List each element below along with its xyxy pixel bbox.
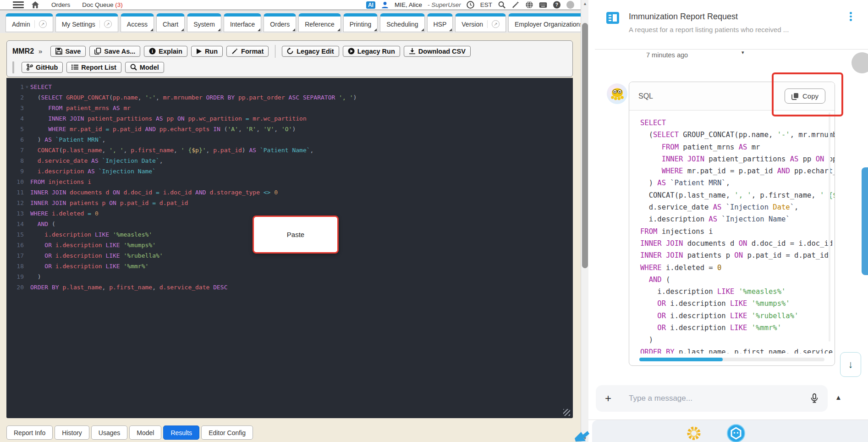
sql-message-code[interactable]: SELECT (SELECT GROUP_CONCAT(pp.name, '-'… [629,110,835,354]
help-icon[interactable]: ? [553,1,561,9]
card-horizontal-scrollbar[interactable] [639,358,824,361]
nav-tab-admin[interactable]: Admin↗ [5,13,53,32]
search-icon[interactable] [498,1,506,9]
line-number[interactable]: 16 [6,240,24,250]
copy-button[interactable]: Copy [785,88,825,104]
line-number[interactable]: 20 [6,282,24,293]
code-line-18: 18 OR i.description LIKE '%mmr%' [6,261,573,271]
line-number[interactable]: 15 [6,229,24,240]
github-button[interactable]: GitHub [22,62,63,73]
scrollbar-up-arrow[interactable]: ▲ [581,0,589,7]
external-link-icon[interactable]: ↗ [99,20,112,28]
editor-resize-handle[interactable] [563,409,570,416]
toolbar-divider [275,45,275,58]
line-number[interactable]: 14 [6,219,24,229]
nav-tab-scheduling[interactable]: Scheduling [380,13,424,32]
panel-scrollbar-thumb[interactable] [862,167,868,275]
send-caret-icon[interactable]: ▲ [835,393,842,401]
report-list-button[interactable]: Report List [66,62,121,73]
globe-icon[interactable] [525,1,533,9]
nav-tab-orders[interactable]: Orders [264,13,296,32]
line-number[interactable]: 8 [6,155,24,166]
message-input[interactable] [629,394,810,403]
explain-button[interactable]: i Explain [144,46,187,57]
screen: Orders Doc Queue (3) AI MIE, Alice - Sup… [0,0,868,442]
header-divider [595,49,868,50]
line-number[interactable]: 12 [6,198,24,208]
report-expander[interactable]: » [38,47,42,55]
line-number[interactable]: 1 [6,82,24,92]
scroll-to-bottom-button[interactable]: ↓ [840,352,861,377]
topbar-link-orders[interactable]: Orders [51,1,70,8]
nav-tab-employer-organizations[interactable]: Employer Organizations↗ [508,13,581,32]
microphone-icon[interactable] [810,394,819,403]
download-csv-button[interactable]: Download CSV [404,46,471,57]
sql-label: SQL [638,92,653,100]
save-as-button[interactable]: Save As... [89,46,140,57]
paste-overlay[interactable]: Paste [253,215,339,254]
home-icon[interactable] [31,1,39,9]
line-number[interactable]: 18 [6,261,24,271]
nav-tab-reference[interactable]: Reference [298,13,341,32]
attach-plus-icon[interactable]: + [605,393,611,404]
run-button[interactable]: Run [191,46,223,57]
nav-tab-printing[interactable]: Printing [343,13,378,32]
ai-badge[interactable]: AI [366,1,375,9]
nav-tab-hsp[interactable]: HSP [427,13,453,32]
scrollbar-thumb[interactable] [582,23,588,268]
bottom-tab-usages[interactable]: Usages [91,425,127,440]
bottom-tab-model[interactable]: Model [129,425,161,440]
line-number[interactable]: 2 [6,92,24,103]
nav-tab-version[interactable]: Version↗ [455,13,506,32]
assistant-logo-icon[interactable] [727,424,745,442]
panel-layout-icon[interactable] [606,11,620,25]
nav-tab-my-settings[interactable]: My Settings↗ [55,13,118,32]
line-number[interactable]: 3 [6,103,24,113]
hamburger-menu-icon[interactable] [13,1,24,8]
nav-tab-interface[interactable]: Interface [224,13,261,32]
user-icon[interactable] [381,1,389,9]
model-button[interactable]: Model [125,62,164,73]
format-button[interactable]: Format [226,46,269,57]
nav-tab-access[interactable]: Access [121,13,154,32]
line-number[interactable]: 19 [6,271,24,282]
line-number[interactable]: 5 [6,124,24,134]
nav-tab-label: Orders [270,21,290,28]
save-button[interactable]: Save [50,46,86,57]
code-line-4: 4 INNER JOIN patient_partitions AS pp ON… [6,113,573,124]
user-name[interactable]: MIE, Alice [395,1,422,8]
card-vertical-scrollbar[interactable] [829,112,830,342]
line-number[interactable]: 7 [6,145,24,155]
clock-icon[interactable] [467,1,475,9]
scroll-fab[interactable] [852,52,868,73]
line-number[interactable]: 10 [6,177,24,187]
kebab-menu-icon[interactable] [848,10,854,23]
line-number[interactable]: 13 [6,208,24,219]
line-number[interactable]: 4 [6,113,24,124]
profile-circle-icon[interactable] [566,1,574,9]
nav-tab-system[interactable]: System [187,13,221,32]
back-arrow-icon[interactable] [574,429,590,442]
line-number[interactable]: 17 [6,250,24,261]
collapse-caret-icon[interactable]: ▾ [742,50,744,55]
line-number[interactable]: 6 [6,134,24,145]
sql-message-card: SQL Copy SELECT (SELECT GROUP_CONCAT(pp.… [629,82,835,366]
sun-gear-icon[interactable] [686,425,702,442]
card-hscroll-thumb[interactable] [639,358,723,361]
line-number[interactable]: 9 [6,166,24,177]
bottom-tab-results[interactable]: Results [163,425,199,440]
line-number[interactable]: 11 [6,187,24,198]
bottom-tab-report-info[interactable]: Report Info [6,425,53,440]
keyboard-icon[interactable] [539,1,547,9]
bottom-tab-history[interactable]: History [55,425,89,440]
magic-wand-icon[interactable] [511,1,520,9]
external-link-icon[interactable]: ↗ [34,20,47,28]
topbar-link-doc-queue[interactable]: Doc Queue (3) [82,1,123,8]
external-link-icon[interactable]: ↗ [487,20,500,28]
legacy-edit-button[interactable]: Legacy Edit [282,46,339,57]
nav-tab-chart[interactable]: Chart [156,13,185,32]
legacy-run-button[interactable]: Legacy Run [343,46,400,57]
vertical-scrollbar[interactable]: ▲ ▼ [581,0,588,442]
bottom-tab-editor-config[interactable]: Editor Config [201,425,253,440]
fold-caret-icon[interactable]: v [24,82,30,92]
